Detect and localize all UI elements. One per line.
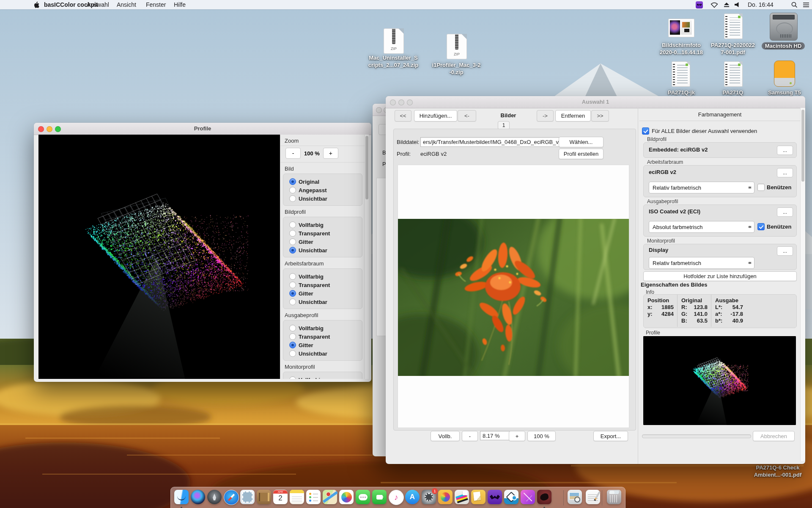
dock-reminders[interactable] <box>306 490 321 504</box>
dock-mail[interactable] <box>240 490 255 504</box>
radio-gitter[interactable]: Gitter <box>283 237 362 246</box>
zoom-out-button[interactable]: - <box>285 148 301 159</box>
spotlight-search-icon[interactable] <box>791 2 798 8</box>
radio-dot[interactable] <box>289 342 296 348</box>
radio-dot[interactable] <box>289 333 296 340</box>
menu-fenster[interactable]: Fenster <box>146 0 166 9</box>
viewer-zoom-field[interactable]: 8.17 % <box>480 431 511 440</box>
radio-dot[interactable] <box>289 178 296 185</box>
dock-itunes[interactable]: ♪ <box>389 490 404 505</box>
radio-original[interactable]: Original <box>283 177 362 186</box>
ausgabeprofil-intent-dropdown[interactable]: Absolut farbmetrisch <box>649 221 754 233</box>
next-image-button[interactable]: -> <box>537 110 554 121</box>
viewer-zoom-100-button[interactable]: 100 % <box>527 431 556 441</box>
radio-dot[interactable] <box>289 273 296 280</box>
radio-unsichtbar[interactable]: Unsichtbar <box>283 349 362 358</box>
radio-dot[interactable] <box>289 187 296 193</box>
dock-messages[interactable] <box>356 490 370 504</box>
radio-dot[interactable] <box>289 230 296 237</box>
last-image-button[interactable]: >> <box>591 110 609 121</box>
ausgabeprofil-more-button[interactable]: ... <box>777 207 793 217</box>
scrollbar-thumb[interactable] <box>801 110 804 182</box>
radio-unsichtbar[interactable]: Unsichtbar <box>283 246 362 254</box>
radio-transparent[interactable]: Transparent <box>283 229 362 237</box>
dock-basiccolor-display[interactable] <box>504 490 518 504</box>
radio-transparent[interactable]: Transparent <box>283 281 362 289</box>
profile-titlebar[interactable]: Profile <box>34 123 371 135</box>
arbeitsfarbraum-more-button[interactable]: ... <box>777 168 793 177</box>
window-scrollbar[interactable] <box>800 108 805 461</box>
radio-dot[interactable] <box>289 282 296 288</box>
minimize-button[interactable] <box>398 99 404 105</box>
radio-vollfarbig[interactable]: Vollfarbig <box>283 375 362 379</box>
create-profile-button[interactable]: Profil erstellen <box>559 149 604 159</box>
dock-maps[interactable] <box>323 490 337 504</box>
dock-photos[interactable] <box>339 490 354 504</box>
bilddatei-field[interactable]: ers/jk/Transfer/Musterbilder/IMG_0468_Dx… <box>420 137 561 147</box>
dock-basiccolor-cockpit[interactable] <box>488 490 502 504</box>
radio-dot[interactable] <box>289 290 296 297</box>
radio-dot[interactable] <box>289 221 296 228</box>
dock-siri[interactable] <box>191 490 205 504</box>
image-tab-1[interactable]: 1 <box>498 121 510 130</box>
viewer-zoom-out-button[interactable]: - <box>462 431 478 441</box>
minimize-button[interactable] <box>47 126 52 132</box>
radio-dot[interactable] <box>289 195 296 202</box>
dock-facetime[interactable] <box>372 490 387 504</box>
dock-contacts[interactable] <box>257 490 271 504</box>
menu-auswahl[interactable]: Auswahl <box>87 0 109 9</box>
monitorprofil-more-button[interactable]: ... <box>777 246 793 256</box>
bildprofil-more-button[interactable]: ... <box>777 146 793 155</box>
apple-menu-icon[interactable] <box>33 1 40 8</box>
scrollbar-thumb[interactable] <box>365 136 368 199</box>
radio-dot[interactable] <box>289 238 296 245</box>
hotfolder-button[interactable]: Hotfolder zur Liste hinzufügen <box>643 271 797 281</box>
radio-dot[interactable] <box>289 376 296 379</box>
dock-raw-converter-app[interactable] <box>537 490 551 504</box>
radio-gitter[interactable]: Gitter <box>283 289 362 298</box>
dock-print-profiles-app[interactable] <box>455 490 469 504</box>
menu-hilfe[interactable]: Hilfe <box>174 0 186 9</box>
dock-system-preferences[interactable]: 1 <box>422 490 436 504</box>
arbeitsfarbraum-benutzen-checkbox[interactable] <box>757 184 765 191</box>
radio-dot[interactable] <box>289 325 296 331</box>
desktop-icon-pdf-pa271q-6-label[interactable]: PA271Q-6 Check Ambient...-001.pdf <box>743 464 812 478</box>
dock-affinity-photo[interactable] <box>521 490 535 504</box>
first-image-button[interactable]: << <box>395 110 411 121</box>
arbeitsfarbraum-intent-dropdown[interactable]: Relativ farbmetrisch <box>649 182 754 193</box>
menu-clock[interactable]: Do. 16:44 <box>748 0 774 9</box>
volume-icon[interactable] <box>734 2 740 8</box>
notification-center-icon[interactable] <box>803 2 809 8</box>
prev-image-button[interactable]: <- <box>458 110 476 121</box>
basiccolor-status-icon[interactable] <box>696 1 703 8</box>
wifi-icon[interactable] <box>710 2 718 8</box>
choose-file-button[interactable]: Wählen... <box>559 137 604 147</box>
dock-notes[interactable] <box>290 490 304 504</box>
fullscreen-button[interactable]: Vollb. <box>431 431 460 441</box>
radio-vollfarbig[interactable]: Vollfarbig <box>283 221 362 229</box>
dock-app-store[interactable]: A <box>405 490 420 504</box>
apply-all-checkbox[interactable] <box>642 127 649 135</box>
gamut-3d-view[interactable] <box>38 135 280 379</box>
radio-dot[interactable] <box>289 350 296 357</box>
dock-textedit[interactable] <box>586 490 600 504</box>
close-button[interactable] <box>390 99 396 105</box>
dock-yellow-folder-app[interactable] <box>471 490 486 504</box>
radio-unsichtbar[interactable]: Unsichtbar <box>283 298 362 306</box>
radio-unsichtbar[interactable]: Unsichtbar <box>283 194 362 203</box>
monitorprofil-intent-dropdown[interactable]: Relativ farbmetrisch <box>649 257 754 269</box>
dock-calendar[interactable]: APR 2 <box>273 490 288 504</box>
dock-image-preview-app[interactable] <box>568 490 582 504</box>
close-button[interactable] <box>38 126 44 132</box>
radio-gitter[interactable]: Gitter <box>283 341 362 349</box>
radio-dot[interactable] <box>289 298 296 305</box>
eject-icon[interactable] <box>723 2 730 8</box>
menu-ansicht[interactable]: Ansicht <box>117 0 136 9</box>
radio-vollfarbig[interactable]: Vollfarbig <box>283 272 362 281</box>
zoom-in-button[interactable]: + <box>323 148 338 159</box>
radio-vollfarbig[interactable]: Vollfarbig <box>283 324 362 332</box>
dock-finder[interactable] <box>174 490 189 504</box>
dock-launchpad[interactable] <box>207 490 222 504</box>
cancel-button[interactable]: Abbrechen <box>753 431 795 441</box>
add-image-button[interactable]: Hinzufügen... <box>414 110 457 121</box>
